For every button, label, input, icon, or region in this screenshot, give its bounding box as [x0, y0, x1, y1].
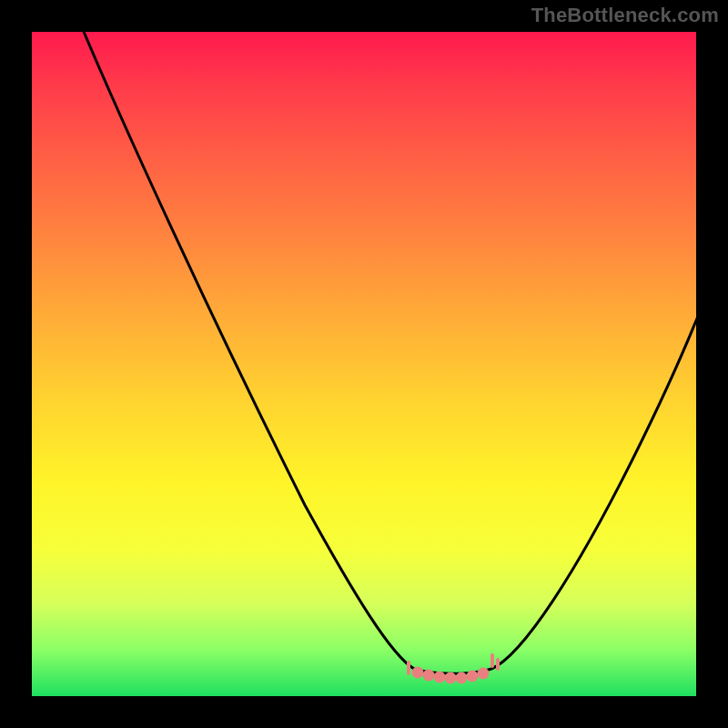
svg-point-3 [436, 673, 444, 682]
trough-markers [409, 655, 498, 682]
svg-point-6 [469, 672, 477, 681]
svg-point-4 [447, 674, 455, 682]
svg-point-2 [425, 672, 433, 680]
svg-point-1 [414, 669, 422, 677]
curve-right-branch [491, 309, 701, 669]
curve-left-branch [82, 27, 414, 669]
watermark-text: TheBottleneck.com [531, 4, 719, 27]
chart-frame: TheBottleneck.com [0, 0, 728, 728]
svg-point-7 [480, 670, 488, 678]
svg-point-5 [458, 674, 466, 682]
curve-layer [32, 32, 696, 696]
plot-area [32, 32, 696, 696]
